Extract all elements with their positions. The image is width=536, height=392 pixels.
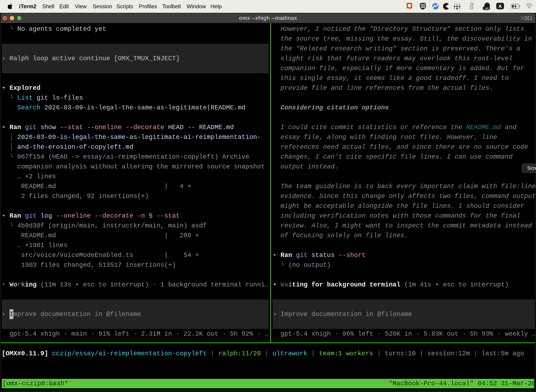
svg-text:A: A	[498, 4, 502, 9]
svg-text:..61: ..61	[484, 7, 488, 10]
